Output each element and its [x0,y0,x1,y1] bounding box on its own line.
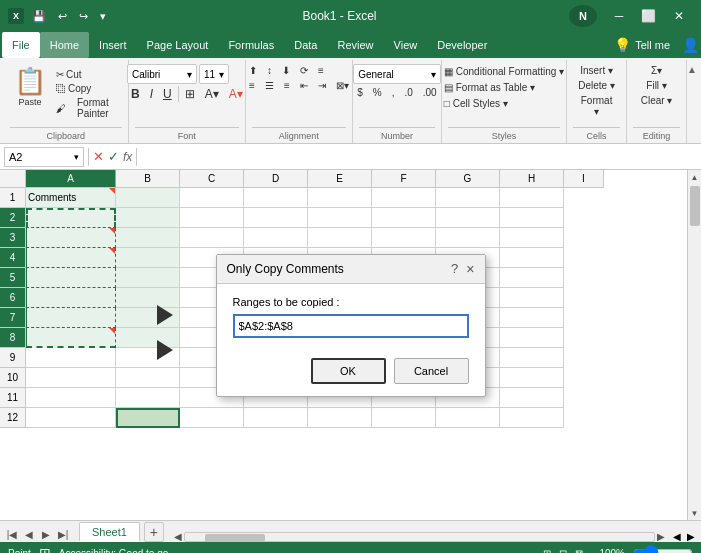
cell-a12[interactable] [26,408,116,428]
cell-h1[interactable] [500,188,564,208]
cell-a11[interactable] [26,388,116,408]
row-num-7[interactable]: 7 [0,308,26,328]
cell-b2[interactable] [116,208,180,228]
row-num-5[interactable]: 5 [0,268,26,288]
cell-d1[interactable] [244,188,308,208]
underline-button[interactable]: U [159,86,176,102]
cell-b3[interactable] [116,228,180,248]
cell-h2[interactable] [500,208,564,228]
cell-g12[interactable] [436,408,500,428]
dialog-help-button[interactable]: ? [451,261,458,276]
sheet-next-btn[interactable]: ▶ [38,526,54,542]
decrease-indent-button[interactable]: ⇤ [296,79,312,92]
row-num-4[interactable]: 4 [0,248,26,268]
row-num-1[interactable]: 1 [0,188,26,208]
col-header-a[interactable]: A [26,170,116,188]
row-num-9[interactable]: 9 [0,348,26,368]
font-name-button[interactable]: Calibri ▾ [127,64,197,84]
qat-save[interactable]: 💾 [28,8,50,25]
paste-button[interactable]: 📋 Paste [10,64,50,109]
h-scroll-right[interactable]: ▶ [655,531,667,542]
name-box-dropdown[interactable]: ▾ [74,152,79,162]
align-top-button[interactable]: ⬆ [245,64,261,77]
cell-a7[interactable] [26,308,116,328]
dialog-range-input[interactable] [233,314,469,338]
col-header-g[interactable]: G [436,170,500,188]
normal-view-icon[interactable]: ⊞ [543,548,551,554]
menu-review[interactable]: Review [327,32,383,58]
col-header-i[interactable]: I [564,170,604,188]
ribbon-collapse-icon[interactable]: ▲ [687,64,697,75]
dialog-cancel-button[interactable]: Cancel [394,358,469,384]
dialog-ok-button[interactable]: OK [311,358,386,384]
menu-file[interactable]: File [2,32,40,58]
border-button[interactable]: ⊞ [181,86,199,102]
percent-button[interactable]: % [369,86,386,99]
decrease-decimal-button[interactable]: .0 [400,86,416,99]
cell-d12[interactable] [244,408,308,428]
col-header-e[interactable]: E [308,170,372,188]
cell-b5[interactable] [116,268,180,288]
add-sheet-button[interactable]: + [144,522,164,542]
fill-button[interactable]: Fill ▾ [642,79,671,92]
cell-mode-icon[interactable]: ⊞ [39,545,51,553]
page-layout-icon[interactable]: ⊟ [559,548,567,554]
cell-a4[interactable] [26,248,116,268]
scroll-down-arrow[interactable]: ▼ [688,506,702,520]
number-format-button[interactable]: General ▾ [353,64,441,84]
cell-e1[interactable] [308,188,372,208]
col-header-h[interactable]: H [500,170,564,188]
menu-home[interactable]: Home [40,32,89,58]
cell-a1[interactable]: Comments [26,188,116,208]
bold-button[interactable]: B [127,86,144,102]
sheet-prev-btn[interactable]: ◀ [21,526,37,542]
cell-e2[interactable] [308,208,372,228]
cell-a10[interactable] [26,368,116,388]
text-angle-button[interactable]: ⟳ [296,64,312,77]
cell-h7[interactable] [500,308,564,328]
tab-sheet1[interactable]: Sheet1 [79,522,140,542]
cell-b4[interactable] [116,248,180,268]
h-scroll-thumb[interactable] [205,534,265,542]
row-num-3[interactable]: 3 [0,228,26,248]
menu-insert[interactable]: Insert [89,32,137,58]
delete-cells-button[interactable]: Delete ▾ [574,79,619,92]
row-num-10[interactable]: 10 [0,368,26,388]
cell-h10[interactable] [500,368,564,388]
align-bottom-button[interactable]: ⬇ [278,64,294,77]
merge-button[interactable]: ⊠▾ [332,79,353,92]
menu-developer[interactable]: Developer [427,32,497,58]
menu-view[interactable]: View [384,32,428,58]
copy-button[interactable]: ⿻ Copy [52,82,122,95]
qat-undo[interactable]: ↩ [54,8,71,25]
cell-a6[interactable] [26,288,116,308]
cell-c1[interactable] [180,188,244,208]
insert-cells-button[interactable]: Insert ▾ [576,64,617,77]
cell-h3[interactable] [500,228,564,248]
italic-button[interactable]: I [146,86,157,102]
cell-f3[interactable] [372,228,436,248]
sheet-first-btn[interactable]: |◀ [4,526,20,542]
cell-g2[interactable] [436,208,500,228]
ribbon-collapse[interactable]: ▲ [687,60,697,143]
cell-a2[interactable] [26,208,116,228]
cell-a3[interactable] [26,228,116,248]
cell-h8[interactable] [500,328,564,348]
page-left-btn[interactable]: ◀ [671,531,683,542]
cell-h5[interactable] [500,268,564,288]
cancel-formula-icon[interactable]: ✕ [93,149,104,164]
cell-f1[interactable] [372,188,436,208]
cell-e12[interactable] [308,408,372,428]
align-middle-button[interactable]: ↕ [263,64,276,77]
col-header-d[interactable]: D [244,170,308,188]
conditional-formatting-button[interactable]: ▦ Conditional Formatting ▾ [440,64,569,79]
format-painter-button[interactable]: 🖌 Format Painter [52,96,122,120]
comma-button[interactable]: , [388,86,399,99]
cell-h9[interactable] [500,348,564,368]
help-lightbulb[interactable]: 💡 [614,37,631,53]
minimize-button[interactable]: ─ [605,4,633,28]
close-button[interactable]: ✕ [665,4,693,28]
col-header-b[interactable]: B [116,170,180,188]
clear-button[interactable]: Clear ▾ [637,94,677,107]
insert-function-icon[interactable]: fx [123,150,132,164]
